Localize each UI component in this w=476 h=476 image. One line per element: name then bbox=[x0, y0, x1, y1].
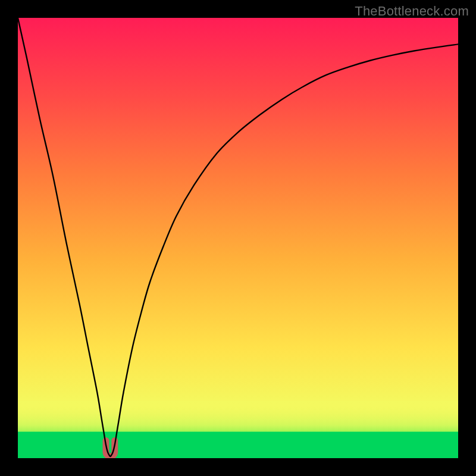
plot-area bbox=[18, 18, 458, 458]
gradient-background bbox=[18, 18, 458, 458]
fade-band bbox=[18, 401, 458, 432]
watermark-label: TheBottleneck.com bbox=[355, 4, 469, 19]
chart-frame: TheBottleneck.com bbox=[0, 0, 476, 476]
chart-svg bbox=[18, 18, 458, 458]
green-band bbox=[18, 432, 458, 458]
